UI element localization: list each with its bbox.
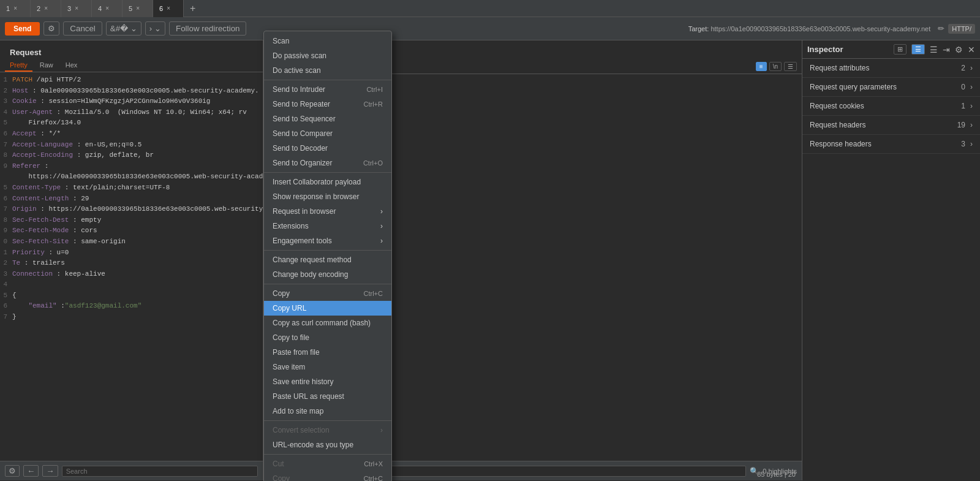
inspector-row-cookies[interactable]: Request cookies 1 › (802, 97, 980, 116)
inspector-menu-button[interactable]: ☰ (930, 45, 938, 55)
settings-button[interactable]: ⚙ (43, 21, 59, 36)
subtab-hex[interactable]: Hex (61, 59, 83, 72)
nav-back-button[interactable]: &#� ⌄ (106, 21, 141, 36)
tab-2[interactable]: 2× (31, 0, 61, 17)
code-line-20: 4 (0, 279, 263, 290)
tab-2-close[interactable]: × (44, 5, 48, 12)
response-bytes: 85 bytes | 20 (757, 471, 796, 478)
request-settings-button[interactable]: ⚙ (5, 465, 20, 477)
code-line-10: https://0ale0090033965b18336e63e003c0005… (0, 172, 263, 183)
menu-item-send-sequencer[interactable]: Send to Sequencer (264, 112, 391, 126)
main-content: Request Pretty Raw Hex 1 PATCH /api HTTP… (0, 40, 980, 480)
code-line-3: 3 Cookie : session=HlWmQFKzgzjAP2CGnnwlo… (0, 96, 263, 107)
code-line-17: 1 Priority : u=0 (0, 248, 263, 259)
menu-item-copy-to-file[interactable]: Copy to file (264, 330, 391, 345)
menu-item-add-site-map[interactable]: Add to site map (264, 404, 391, 419)
inspector-view-list-button[interactable]: ☰ (911, 44, 925, 55)
menu-item-change-request-method[interactable]: Change request method (264, 252, 391, 267)
tab-5[interactable]: 5× (123, 0, 153, 17)
menu-item-send-intruder[interactable]: Send to IntruderCtrl+I (264, 82, 391, 97)
inspector-header: Inspector ⊞ ☰ ☰ ⇥ ⚙ ✕ (802, 40, 980, 59)
code-line-4: 4 User-Agent : Mozilla/5.0 (Windows NT 1… (0, 107, 263, 118)
inspector-panel: Inspector ⊞ ☰ ☰ ⇥ ⚙ ✕ Request attributes… (802, 40, 980, 480)
inspector-row-request-headers[interactable]: Request headers 19 › (802, 116, 980, 135)
inspector-row-response-headers[interactable]: Response headers 3 › (802, 135, 980, 154)
code-line-18: 2 Te : trailers (0, 258, 263, 269)
cancel-button[interactable]: Cancel (63, 21, 102, 36)
code-line-23: 7 } (0, 312, 263, 323)
menu-item-copy2[interactable]: CopyCtrl+C (264, 471, 391, 480)
menu-item-paste-url-request[interactable]: Paste URL as request (264, 389, 391, 404)
inspector-settings-button[interactable]: ⚙ (955, 45, 963, 55)
menu-item-do-active-scan[interactable]: Do active scan (264, 63, 391, 78)
request-footer: ⚙ ← → (0, 461, 263, 480)
edit-target-button[interactable]: ✏ (938, 24, 944, 33)
menu-separator-1 (264, 80, 391, 80)
tab-3-close[interactable]: × (75, 5, 78, 12)
menu-separator-6 (264, 454, 391, 455)
tab-add-button[interactable]: + (184, 0, 202, 17)
request-search-input[interactable] (62, 466, 258, 477)
http-version-badge[interactable]: HTTP/ (948, 24, 975, 34)
menu-item-send-organizer[interactable]: Send to OrganizerCtrl+O (264, 156, 391, 170)
tab-6[interactable]: 6× (153, 0, 184, 17)
resp-view-lines-button[interactable]: ☰ (784, 62, 797, 71)
menu-item-cut[interactable]: CutCtrl+X (264, 456, 391, 471)
subtab-pretty[interactable]: Pretty (5, 59, 32, 72)
menu-item-copy[interactable]: CopyCtrl+C (264, 286, 391, 301)
send-button[interactable]: Send (5, 22, 40, 36)
request-back-button[interactable]: ← (23, 465, 39, 477)
menu-item-url-encode-as-type[interactable]: URL-encode as you type (264, 437, 391, 452)
tabs-bar: 1× 2× 3× 4× 5× 6× + (0, 0, 980, 17)
menu-item-copy-url[interactable]: Copy URL (264, 301, 391, 316)
request-code-area[interactable]: 1 PATCH /api HTTP/2 2 Host : 0ale0090033… (0, 72, 263, 461)
code-line-8: 8 Accept-Encoding : gzip, deflate, br (0, 150, 263, 161)
request-forward-button[interactable]: → (42, 465, 58, 477)
menu-item-send-comparer[interactable]: Send to Comparer (264, 126, 391, 141)
code-line-11: 5 Content-Type : text/plain;charset=UTF-… (0, 183, 263, 194)
menu-item-convert-selection[interactable]: Convert selection› (264, 423, 391, 437)
tab-1[interactable]: 1× (0, 0, 31, 17)
inspector-row-request-attributes[interactable]: Request attributes 2 › (802, 59, 980, 78)
menu-item-extensions[interactable]: Extensions› (264, 219, 391, 233)
menu-item-scan[interactable]: Scan (264, 34, 391, 48)
menu-item-save-entire-history[interactable]: Save entire history (264, 374, 391, 389)
menu-item-do-passive-scan[interactable]: Do passive scan (264, 48, 391, 63)
tab-6-close[interactable]: × (167, 5, 170, 12)
menu-item-save-item[interactable]: Save item (264, 360, 391, 374)
response-view-controls: ≡ \n ☰ (751, 59, 802, 74)
menu-separator-2 (264, 172, 391, 173)
menu-item-request-browser[interactable]: Request in browser› (264, 204, 391, 219)
nav-forward-button[interactable]: › ⌄ (145, 21, 165, 36)
inspector-view-grid-button[interactable]: ⊞ (894, 44, 907, 55)
tab-4[interactable]: 4× (92, 0, 123, 17)
context-menu[interactable]: Scan Do passive scan Do active scan Send… (263, 31, 392, 480)
code-line-9: 9 Referer : (0, 161, 263, 172)
resp-view-text-button[interactable]: ≡ (756, 62, 767, 71)
code-line-6: 6 Accept : */* (0, 129, 263, 140)
code-line-5: 5 Firefox/134.0 (0, 118, 263, 129)
code-line-12: 6 Content-Length : 29 (0, 194, 263, 205)
menu-item-paste-from-file[interactable]: Paste from file (264, 345, 391, 360)
follow-redirection-button[interactable]: Follow redirection (169, 21, 246, 36)
code-line-15: 9 Sec-Fetch-Mode : cors (0, 225, 263, 237)
tab-5-close[interactable]: × (136, 5, 140, 12)
menu-item-engagement-tools[interactable]: Engagement tools› (264, 233, 391, 248)
menu-item-copy-curl[interactable]: Copy as curl command (bash) (264, 316, 391, 330)
menu-item-show-response-browser[interactable]: Show response in browser (264, 189, 391, 204)
menu-item-send-decoder[interactable]: Send to Decoder (264, 141, 391, 156)
tab-3[interactable]: 3× (61, 0, 92, 17)
inspector-body: Request attributes 2 › Request query par… (802, 59, 980, 480)
resp-view-newlines-button[interactable]: \n (769, 62, 782, 71)
tab-1-close[interactable]: × (13, 5, 17, 12)
menu-item-change-body-encoding[interactable]: Change body encoding (264, 267, 391, 282)
inspector-collapse-button[interactable]: ⇥ (943, 45, 950, 55)
menu-item-insert-collaborator[interactable]: Insert Collaborator payload (264, 175, 391, 189)
menu-item-send-repeater[interactable]: Send to RepeaterCtrl+R (264, 97, 391, 112)
inspector-row-query-params[interactable]: Request query parameters 0 › (802, 78, 980, 97)
inspector-close-button[interactable]: ✕ (968, 45, 975, 55)
target-url: https://0a1e0090033965b18336e63e003c0005… (710, 25, 930, 32)
tab-4-close[interactable]: × (105, 5, 109, 12)
target-info: Target: https://0a1e0090033965b18336e63e… (688, 25, 931, 32)
subtab-raw[interactable]: Raw (35, 59, 58, 72)
